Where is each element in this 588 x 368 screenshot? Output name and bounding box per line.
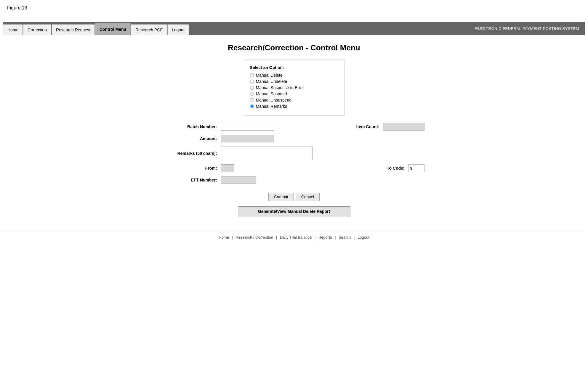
eft-number-label: EFT Number: [164, 178, 217, 182]
batch-number-label: Batch Number: [164, 124, 217, 129]
amount-input[interactable] [221, 135, 274, 142]
nav-tab-research-pcf[interactable]: Research PCF [131, 24, 167, 35]
radio-manual-remarks[interactable]: Manual Remarks [250, 104, 336, 109]
to-code-label: To Code: [387, 166, 405, 171]
options-box: Select an Option: Manual Delete Manual U… [244, 60, 345, 116]
radio-manual-delete[interactable]: Manual Delete [250, 73, 336, 78]
eft-row: EFT Number: [164, 176, 424, 184]
batch-row: Batch Number: Item Count: [164, 123, 424, 131]
radio-manual-unsuspend[interactable]: Manual Unsuspend [250, 98, 336, 102]
options-title: Select an Option: [250, 65, 336, 70]
footer-search-link[interactable]: Search [339, 235, 351, 240]
from-row: From: To Code: [164, 164, 424, 172]
remarks-label: Remarks (50 chars): [164, 151, 217, 156]
system-name: ELECTRONIC FEDERAL PAYMENT POSTING SYSTE… [475, 26, 579, 31]
nav-tab-home[interactable]: Home [3, 24, 23, 35]
remarks-row: Remarks (50 chars): [164, 147, 424, 160]
from-label: From: [164, 166, 217, 171]
figure-label: Figure 13 [0, 0, 588, 13]
eft-number-input[interactable] [221, 176, 256, 184]
batch-number-input[interactable] [221, 123, 274, 131]
item-count-input[interactable] [383, 123, 424, 131]
footer-daily-trial-balance-link[interactable]: Daily Trial Balance [280, 235, 312, 240]
generate-report-button[interactable]: Generate/View Manual Delete Report [238, 206, 350, 216]
nav-tab-correction[interactable]: Correction [23, 24, 51, 35]
footer-research-correction-link[interactable]: Research / Correction [236, 235, 273, 240]
footer-logout-link[interactable]: Logout [358, 235, 369, 240]
item-count-label: Item Count: [356, 124, 379, 129]
commit-button[interactable]: Commit [268, 193, 294, 201]
button-row: Commit Cancel [268, 193, 320, 201]
cancel-button[interactable]: Cancel [296, 193, 320, 201]
amount-row: Amount: [164, 135, 424, 142]
form-section: Batch Number: Item Count: Amount: Remark… [164, 123, 424, 188]
to-code-input[interactable] [408, 164, 424, 172]
radio-manual-undelete[interactable]: Manual Undelete [250, 79, 336, 84]
page-title: Research/Correction - Control Menu [0, 43, 588, 52]
amount-label: Amount: [164, 136, 217, 141]
from-input[interactable] [221, 164, 234, 172]
footer-reports-link[interactable]: Reports [318, 235, 332, 240]
nav-bar: Home Correction Research Request Control… [3, 22, 585, 35]
nav-tab-logout[interactable]: Logout [167, 24, 189, 35]
nav-tab-control-menu[interactable]: Control Menu [95, 23, 131, 35]
remarks-textarea[interactable] [221, 147, 313, 160]
footer-home-link[interactable]: Home [219, 235, 229, 240]
nav-tabs: Home Correction Research Request Control… [3, 22, 189, 35]
radio-manual-suspend[interactable]: Manual Suspend [250, 91, 336, 96]
radio-manual-suspense-to-error[interactable]: Manual Suspense to Error [250, 85, 336, 90]
nav-tab-research-request[interactable]: Research Request [52, 24, 95, 35]
footer-nav: Home | Research / Correction | Daily Tri… [0, 231, 588, 244]
